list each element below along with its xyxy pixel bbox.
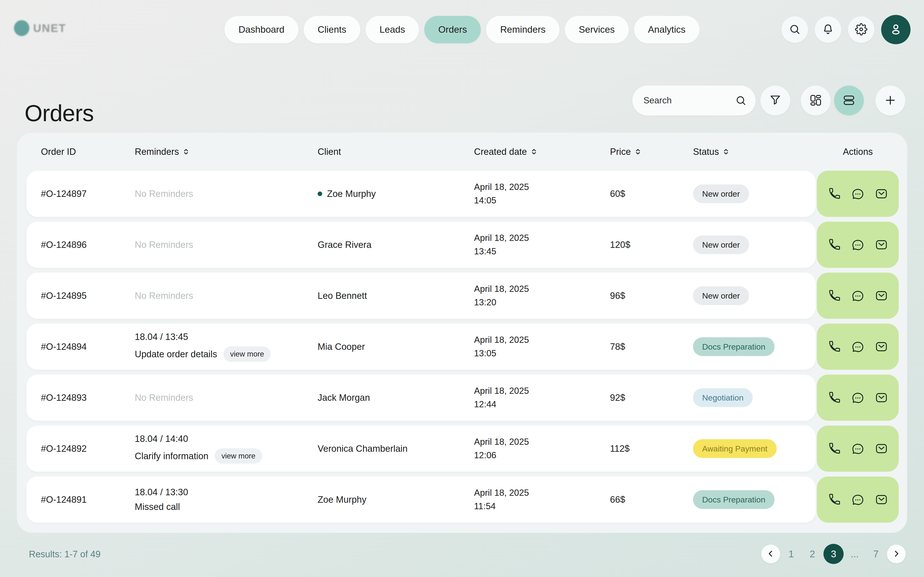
reminder-time: 18.04 / 13:45	[135, 332, 271, 342]
view-more-button[interactable]: view more	[215, 448, 262, 464]
grid-view-button[interactable]	[801, 85, 830, 115]
notifications-button[interactable]	[815, 16, 841, 43]
mail-icon	[874, 249, 888, 253]
reminder-cell: No Reminders	[135, 189, 193, 199]
page-button-1[interactable]: 1	[781, 544, 801, 564]
email-button[interactable]	[874, 187, 888, 201]
filter-button[interactable]	[760, 85, 790, 115]
client-name: Veronica Chamberlain	[318, 443, 408, 454]
table-row[interactable]: #O-12489218.04 / 14:40Clarify informatio…	[26, 425, 816, 472]
chat-button[interactable]	[851, 442, 865, 456]
settings-button[interactable]	[848, 16, 874, 43]
chat-button[interactable]	[851, 187, 865, 201]
call-button[interactable]	[827, 340, 841, 354]
page-button-2[interactable]: 2	[802, 544, 822, 564]
view-more-button[interactable]: view more	[223, 347, 271, 362]
status-badge: Docs Preparation	[693, 337, 775, 356]
call-button[interactable]	[827, 442, 841, 456]
nav-item-analytics[interactable]: Analytics	[634, 16, 699, 43]
search-input[interactable]	[632, 85, 756, 115]
column-header-created-date: Created date	[474, 133, 538, 171]
client-name: Jack Morgan	[318, 393, 370, 403]
nav-item-services[interactable]: Services	[565, 16, 629, 43]
user-avatar[interactable]	[881, 15, 911, 44]
table-row[interactable]: #O-12489418.04 / 13:45Update order detai…	[26, 324, 816, 370]
created-date-cell: April 18, 202513:20	[474, 284, 529, 308]
online-dot	[318, 192, 322, 196]
reminder-cell: No Reminders	[135, 240, 193, 250]
chat-button[interactable]	[851, 493, 865, 506]
client-cell: Mia Cooper	[318, 342, 365, 352]
nav-item-clients[interactable]: Clients	[304, 16, 360, 43]
chat-button[interactable]	[851, 238, 865, 252]
client-name: Leo Bennett	[318, 291, 367, 301]
call-button[interactable]	[827, 493, 841, 506]
table-row[interactable]: #O-124897No RemindersZoe MurphyApril 18,…	[26, 171, 816, 217]
call-button[interactable]	[827, 289, 841, 303]
call-button[interactable]	[827, 238, 841, 252]
email-button[interactable]	[874, 289, 888, 303]
order-id: #O-124894	[41, 342, 87, 352]
client-cell: Veronica Chamberlain	[318, 443, 408, 454]
order-id: #O-124893	[41, 393, 87, 403]
created-time: 11:54	[474, 501, 529, 511]
table-row[interactable]: #O-124896No RemindersGrace RiveraApril 1…	[26, 222, 816, 268]
sort-icon[interactable]	[634, 148, 642, 156]
mail-icon	[874, 198, 888, 201]
prev-page-button[interactable]	[761, 545, 780, 563]
call-button[interactable]	[827, 391, 841, 405]
row-actions	[817, 171, 899, 217]
email-button[interactable]	[874, 238, 888, 252]
chat-button[interactable]	[851, 391, 865, 405]
add-order-button[interactable]	[876, 85, 905, 115]
sort-icon[interactable]	[722, 148, 730, 156]
email-button[interactable]	[874, 391, 888, 405]
email-button[interactable]	[874, 493, 888, 506]
sort-icon[interactable]	[530, 148, 538, 156]
table-row[interactable]: #O-124895No RemindersLeo BennettApril 18…	[26, 272, 816, 319]
chat-button[interactable]	[851, 289, 865, 303]
status-badge: New order	[693, 286, 749, 305]
column-header-price: Price	[610, 133, 642, 171]
created-date: April 18, 2025	[474, 233, 529, 243]
toolbar	[632, 85, 905, 115]
page-button-7[interactable]: 7	[866, 544, 886, 564]
mail-icon	[874, 504, 888, 507]
status-cell: Docs Preparation	[693, 490, 775, 509]
row-actions	[817, 222, 899, 268]
client-cell: Zoe Murphy	[318, 189, 376, 199]
column-header-actions: Actions	[817, 133, 899, 171]
chat-icon	[851, 453, 865, 456]
column-header-client: Client	[318, 133, 341, 171]
status-badge: Awaiting Payment	[693, 439, 777, 458]
table-header: Order IDRemindersClientCreated datePrice…	[17, 133, 907, 171]
chat-icon	[851, 249, 865, 253]
email-button[interactable]	[874, 340, 888, 354]
table-row[interactable]: #O-124893No RemindersJack MorganApril 18…	[26, 375, 816, 421]
created-time: 13:05	[474, 348, 529, 358]
mail-icon	[874, 453, 888, 456]
nav-item-leads[interactable]: Leads	[365, 16, 419, 43]
nav-item-reminders[interactable]: Reminders	[486, 16, 560, 43]
call-button[interactable]	[827, 187, 841, 201]
page-button-3[interactable]: 3	[824, 544, 844, 564]
sort-icon[interactable]	[182, 148, 190, 156]
price: 66$	[610, 495, 625, 505]
list-view-button[interactable]	[834, 85, 864, 115]
email-button[interactable]	[874, 442, 888, 456]
status-cell: New order	[693, 184, 749, 203]
created-date: April 18, 2025	[474, 284, 529, 294]
chat-button[interactable]	[851, 340, 865, 354]
phone-icon	[827, 300, 841, 303]
price: 96$	[610, 291, 625, 301]
nav-item-dashboard[interactable]: Dashboard	[225, 16, 298, 43]
search-button[interactable]	[782, 16, 808, 43]
nav-item-orders[interactable]: Orders	[424, 16, 481, 43]
chat-icon	[851, 300, 865, 303]
reminder-text: Missed call	[135, 502, 180, 512]
reminder-time: 18.04 / 13:30	[135, 487, 188, 497]
reminder-cell: 18.04 / 13:45Update order detailsview mo…	[135, 332, 271, 362]
add-icon	[884, 93, 897, 108]
next-page-button[interactable]	[887, 545, 906, 563]
table-row[interactable]: #O-12489118.04 / 13:30Missed callZoe Mur…	[26, 477, 816, 523]
